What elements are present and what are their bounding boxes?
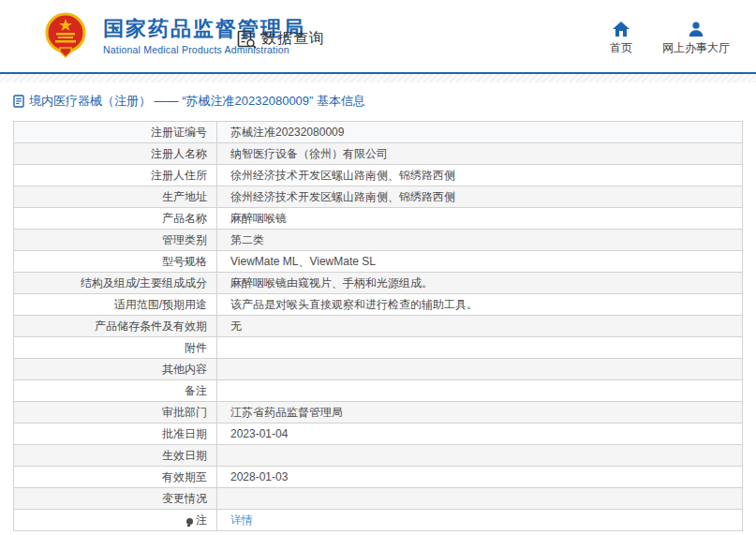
doc-search-icon [237, 30, 258, 49]
row-value: ViewMate ML、ViewMate SL [217, 251, 743, 273]
table-row: 适用范围/预期用途该产品是对喉头直接观察和进行检查的辅助工具。 [14, 294, 743, 316]
data-query-label: 数据查询 [261, 29, 325, 49]
row-value [217, 380, 743, 402]
row-value [217, 445, 743, 467]
row-label: 生效日期 [14, 445, 217, 467]
table-row: 生产地址徐州经济技术开发区螺山路南侧、锦绣路西侧 [14, 186, 743, 208]
row-label: 管理类别 [14, 230, 217, 251]
page-title-text: 境内医疗器械（注册） —— “苏械注准20232080009” 基本信息 [29, 93, 365, 110]
info-table-body: 注册证编号苏械注准20232080009注册人名称纳智医疗设备（徐州）有限公司注… [14, 122, 743, 531]
row-label: 附件 [14, 337, 217, 359]
table-row: 生效日期 [14, 445, 743, 467]
table-row: 附件 [14, 337, 743, 359]
row-value: 麻醉咽喉镜由窥视片、手柄和光源组成。 [217, 273, 743, 294]
header-nav: 首页 网上办事大厅 [610, 22, 730, 56]
row-label: 注册人住所 [14, 165, 217, 186]
china-national-emblem-icon [41, 12, 90, 59]
table-row: 备注 [14, 380, 743, 402]
nav-home-label: 首页 [610, 40, 632, 56]
row-label: 型号规格 [14, 251, 217, 273]
row-value: 第二类 [217, 230, 743, 251]
row-value: 2023-01-04 [217, 424, 743, 445]
table-row: 注册人名称纳智医疗设备（徐州）有限公司 [14, 143, 743, 165]
table-row: 变更情况 [14, 488, 743, 510]
page-title: 境内医疗器械（注册） —— “苏械注准20232080009” 基本信息 [13, 93, 756, 109]
row-value: 详情 [217, 510, 743, 531]
row-label: 适用范围/预期用途 [14, 294, 217, 316]
row-value: 2028-01-03 [217, 467, 743, 488]
table-row: 其他内容 [14, 359, 743, 380]
main-content: 境内医疗器械（注册） —— “苏械注准20232080009” 基本信息 注册证… [0, 93, 756, 531]
row-value: 无 [217, 316, 743, 337]
nav-home[interactable]: 首页 [610, 22, 632, 56]
app: 国家药品监督管理局 National Medical Products Admi… [0, 0, 756, 531]
row-label: 产品储存条件及有效期 [14, 316, 217, 337]
row-value: 纳智医疗设备（徐州）有限公司 [217, 143, 743, 165]
row-label: 产品名称 [14, 208, 217, 230]
data-query-section[interactable]: 数据查询 [237, 29, 325, 49]
table-row: 结构及组成/主要组成成分麻醉咽喉镜由窥视片、手柄和光源组成。 [14, 273, 743, 294]
row-value: 江苏省药品监督管理局 [217, 402, 743, 424]
table-row: 注详情 [14, 510, 743, 531]
row-label: 结构及组成/主要组成成分 [14, 273, 217, 294]
table-row: 产品名称麻醉咽喉镜 [14, 208, 743, 230]
row-value: 苏械注准20232080009 [217, 122, 743, 143]
header: 国家药品监督管理局 National Medical Products Admi… [0, 0, 756, 72]
table-row: 型号规格ViewMate ML、ViewMate SL [14, 251, 743, 273]
info-table: 注册证编号苏械注准20232080009注册人名称纳智医疗设备（徐州）有限公司注… [13, 121, 743, 531]
table-row: 管理类别第二类 [14, 230, 743, 251]
row-label: 注册证编号 [14, 122, 217, 143]
row-value [217, 488, 743, 510]
row-label: 生产地址 [14, 186, 217, 208]
row-label: 审批部门 [14, 402, 217, 424]
hatch-strip [0, 74, 756, 82]
row-value [217, 337, 743, 359]
row-label: 其他内容 [14, 359, 217, 380]
row-label: 变更情况 [14, 488, 217, 510]
table-row: 审批部门江苏省药品监督管理局 [14, 402, 743, 424]
row-value: 徐州经济技术开发区螺山路南侧、锦绣路西侧 [217, 186, 743, 208]
table-row: 有效期至2028-01-03 [14, 467, 743, 488]
row-value: 徐州经济技术开发区螺山路南侧、锦绣路西侧 [217, 165, 743, 186]
row-label: 批准日期 [14, 424, 217, 445]
row-value: 麻醉咽喉镜 [217, 208, 743, 230]
row-label: 有效期至 [14, 467, 217, 488]
row-label: 注 [14, 510, 217, 531]
bulb-icon [186, 518, 193, 525]
table-row: 产品储存条件及有效期无 [14, 316, 743, 337]
row-label: 备注 [14, 380, 217, 402]
row-label: 注册人名称 [14, 143, 217, 165]
table-row: 注册证编号苏械注准20232080009 [14, 122, 743, 143]
document-icon [13, 95, 24, 108]
nav-online-hall[interactable]: 网上办事大厅 [662, 22, 730, 56]
row-value: 该产品是对喉头直接观察和进行检查的辅助工具。 [217, 294, 743, 316]
nav-online-hall-label: 网上办事大厅 [662, 40, 730, 56]
table-row: 批准日期2023-01-04 [14, 424, 743, 445]
user-icon [689, 22, 704, 37]
table-row: 注册人住所徐州经济技术开发区螺山路南侧、锦绣路西侧 [14, 165, 743, 186]
row-value [217, 359, 743, 380]
details-link[interactable]: 详情 [230, 513, 253, 527]
home-icon [613, 22, 630, 37]
